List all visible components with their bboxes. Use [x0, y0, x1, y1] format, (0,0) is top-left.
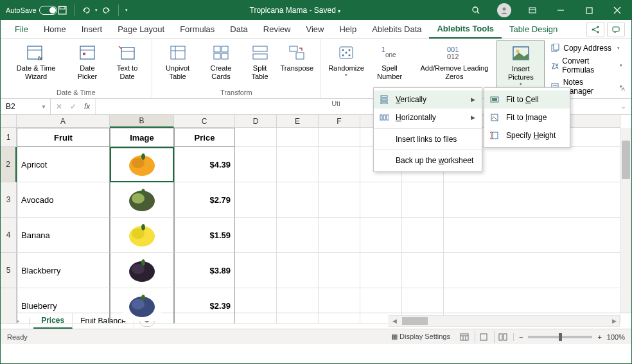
select-all-corner[interactable] — [1, 115, 17, 128]
cell[interactable] — [319, 288, 360, 324]
redo-icon[interactable] — [101, 5, 112, 15]
cell[interactable] — [110, 218, 174, 253]
cell[interactable]: Price — [174, 128, 235, 147]
transpose-button[interactable]: Transpose — [277, 40, 317, 73]
cell[interactable]: $1.59 — [174, 218, 235, 253]
cell[interactable]: Blackberry — [17, 253, 110, 288]
autosave-toggle[interactable]: AutoSave On — [6, 6, 53, 15]
column-header[interactable]: E — [277, 115, 319, 128]
collapse-ribbon-icon[interactable]: ^ — [621, 86, 625, 95]
tab-data[interactable]: Data — [222, 21, 255, 38]
date-picker-button[interactable]: Date Picker — [67, 40, 107, 81]
zoom-in-button[interactable]: + — [597, 333, 601, 341]
menu-horizontally[interactable]: Horizontally▶ — [374, 108, 482, 126]
search-icon[interactable] — [462, 1, 490, 20]
cell[interactable] — [110, 288, 174, 324]
tab-table-design[interactable]: Table Design — [502, 21, 565, 38]
cell[interactable] — [444, 253, 620, 288]
cell[interactable]: $2.39 — [174, 288, 235, 324]
column-header[interactable]: D — [235, 115, 277, 128]
date-time-wizard-button[interactable]: fxDate & Time Wizard — [4, 40, 67, 81]
tab-home[interactable]: Home — [36, 21, 74, 38]
cell[interactable] — [444, 218, 620, 253]
cell[interactable] — [110, 182, 174, 218]
cell[interactable] — [235, 288, 277, 324]
account-icon[interactable] — [490, 1, 518, 20]
zoom-out-button[interactable]: − — [513, 333, 523, 341]
cell[interactable] — [277, 128, 319, 147]
cell[interactable] — [235, 182, 277, 218]
cell[interactable]: Apricot — [17, 147, 110, 182]
vertical-scrollbar[interactable] — [620, 128, 631, 313]
cell[interactable] — [402, 218, 444, 253]
cell[interactable] — [319, 128, 360, 147]
zoom-level[interactable]: 100% — [607, 333, 625, 341]
cell[interactable] — [360, 218, 402, 253]
cell[interactable] — [402, 253, 444, 288]
tab-file[interactable]: File — [7, 21, 36, 38]
convert-formulas-button[interactable]: Convert Formulas▾ — [547, 55, 625, 76]
menu-fit-to-cell[interactable]: Fit to Cell — [484, 91, 570, 108]
tab-ablebits-data[interactable]: Ablebits Data — [364, 21, 429, 38]
column-header[interactable]: B — [110, 115, 174, 128]
tab-review[interactable]: Review — [256, 21, 299, 38]
cell[interactable] — [235, 147, 277, 182]
cell[interactable] — [319, 218, 360, 253]
cell[interactable] — [277, 147, 319, 182]
fx-icon[interactable]: fx — [84, 102, 90, 111]
display-settings-button[interactable]: ▦ Display Settings — [391, 333, 450, 341]
normal-view-icon[interactable] — [455, 331, 470, 343]
selected-cell[interactable] — [110, 147, 174, 182]
tab-formulas[interactable]: Formulas — [172, 21, 222, 38]
cell[interactable] — [319, 253, 360, 288]
undo-icon[interactable] — [81, 5, 91, 15]
menu-vertically[interactable]: Vertically▶ — [374, 91, 482, 108]
column-header[interactable]: F — [319, 115, 360, 128]
minimize-icon[interactable] — [547, 1, 575, 20]
page-break-view-icon[interactable] — [494, 331, 508, 343]
undo-dropdown-icon[interactable]: ▾ — [95, 8, 98, 13]
cell[interactable] — [402, 182, 444, 218]
menu-insert-links[interactable]: Insert links to files — [374, 131, 482, 148]
cell[interactable] — [277, 253, 319, 288]
save-icon[interactable] — [57, 5, 67, 15]
tab-help[interactable]: Help — [331, 21, 364, 38]
name-box[interactable]: B2▼ — [1, 99, 51, 114]
cell[interactable] — [235, 253, 277, 288]
tab-page-layout[interactable]: Page Layout — [110, 21, 172, 38]
menu-fit-to-image[interactable]: Fit to Image — [484, 108, 570, 126]
share-button[interactable] — [586, 22, 604, 37]
horizontal-scrollbar[interactable]: ◀▶ — [389, 315, 620, 327]
row-header[interactable]: 2 — [1, 147, 17, 182]
insert-pictures-button[interactable]: Insert Pictures▾ — [496, 40, 545, 88]
page-layout-view-icon[interactable] — [475, 331, 489, 343]
leading-zeros-button[interactable]: 001012Add/Remove Leading Zeros — [412, 40, 496, 81]
text-to-date-button[interactable]: Text to Date — [107, 40, 148, 81]
tab-ablebits-tools[interactable]: Ablebits Tools — [429, 20, 502, 39]
cell[interactable] — [235, 128, 277, 147]
tab-insert[interactable]: Insert — [74, 21, 110, 38]
cell[interactable] — [277, 182, 319, 218]
cell[interactable] — [360, 182, 402, 218]
menu-backup-worksheet[interactable]: Back up the worksheet — [374, 152, 482, 169]
cell[interactable]: $2.79 — [174, 182, 235, 218]
split-table-button[interactable]: Split Table — [243, 40, 277, 81]
row-header[interactable]: 3 — [1, 182, 17, 218]
comments-button[interactable] — [607, 22, 625, 37]
column-header[interactable]: C — [174, 115, 235, 128]
cell[interactable]: Banana — [17, 218, 110, 253]
cell[interactable] — [235, 218, 277, 253]
tab-view[interactable]: View — [298, 21, 331, 38]
row-header[interactable] — [1, 288, 17, 324]
row-header[interactable]: 1 — [1, 128, 17, 147]
cell[interactable] — [360, 253, 402, 288]
cell[interactable] — [277, 218, 319, 253]
menu-specify-height[interactable]: Specify Height — [484, 126, 570, 144]
cell[interactable]: Fruit — [17, 128, 110, 147]
enter-formula-icon[interactable]: ✓ — [70, 102, 76, 111]
column-header[interactable]: A — [17, 115, 110, 128]
cell[interactable] — [444, 182, 620, 218]
cell[interactable] — [277, 288, 319, 324]
cell[interactable]: $3.89 — [174, 253, 235, 288]
cell[interactable]: $4.39 — [174, 147, 235, 182]
